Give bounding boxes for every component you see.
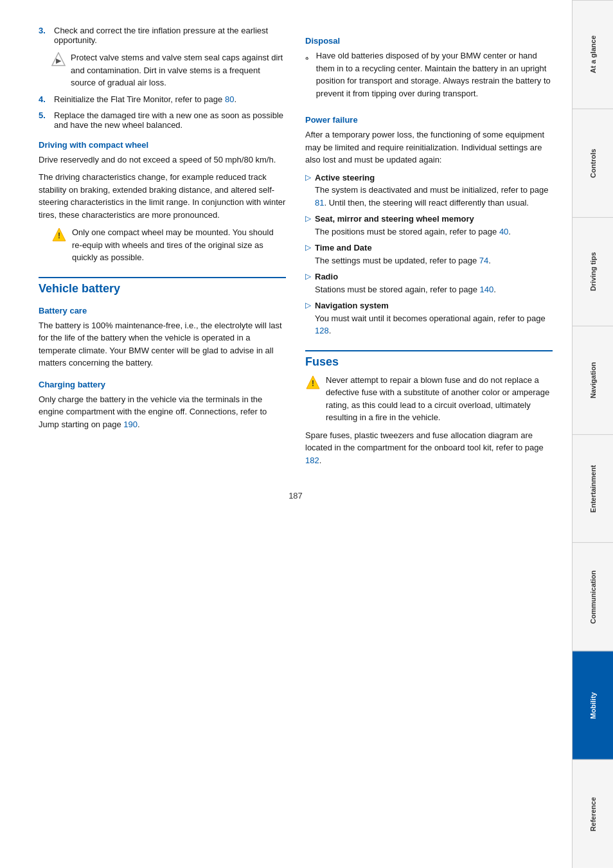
sidebar-tab-navigation[interactable]: Navigation: [573, 326, 613, 434]
bullet-arrow-4: ▷: [305, 272, 311, 281]
step-4-text: Reinitialize the Flat Tire Monitor, refe…: [54, 94, 236, 104]
bullet-navigation: ▷ Navigation system You must wait until …: [305, 299, 553, 337]
note-icon: ▶: [51, 52, 66, 66]
step-4-link[interactable]: 80: [225, 94, 234, 104]
bullet-arrow-3: ▷: [305, 243, 311, 252]
driving-compact-heading: Driving with compact wheel: [39, 140, 286, 150]
battery-care-heading: Battery care: [39, 306, 286, 315]
right-sidebar: At a glance Controls Driving tips Naviga…: [572, 0, 613, 868]
bullet-1-title: Active steering: [315, 173, 375, 182]
step-5: 5. Replace the damaged tire with a new o…: [39, 111, 286, 130]
left-column: 3. Check and correct the tire inflation …: [39, 26, 286, 472]
bullet-radio: ▷ Radio Stations must be stored again, r…: [305, 270, 553, 296]
step-3-number: 3.: [39, 26, 51, 35]
bullet-1-text: The system is deactivated and must be in…: [315, 185, 548, 208]
bullet-3-title: Time and Date: [315, 243, 372, 252]
main-content: 3. Check and correct the tire inflation …: [0, 0, 572, 868]
step-3-text: Check and correct the tire inflation pre…: [54, 26, 286, 45]
note-1: ▶ Protect valve stems and valve stem sea…: [51, 51, 286, 89]
step-5-number: 5.: [39, 111, 51, 120]
bullet-1-link[interactable]: 81: [315, 198, 324, 208]
bullet-2-content: Seat, mirror and steering wheel memory T…: [315, 213, 511, 238]
disposal-p: Have old batteries disposed of by your B…: [316, 49, 553, 100]
fuses-p: Spare fuses, plastic tweezers and fuse a…: [305, 429, 553, 467]
bullet-arrow-1: ▷: [305, 173, 311, 182]
bullet-1-content: Active steering The system is deactivate…: [315, 172, 553, 209]
bullet-5-title: Navigation system: [315, 301, 389, 310]
recycle-icon: ♻: [305, 49, 311, 67]
step-3: 3. Check and correct the tire inflation …: [39, 26, 286, 45]
note-1-text: Protect valve stems and valve stem seal …: [71, 51, 286, 89]
bullet-2-title: Seat, mirror and steering wheel memory: [315, 214, 474, 224]
fuses-heading: Fuses: [305, 350, 553, 369]
warning-1: ! Only one compact wheel may be mounted.…: [51, 226, 286, 264]
bullet-time-date: ▷ Time and Date The settings must be upd…: [305, 242, 553, 267]
sidebar-tab-driving-tips[interactable]: Driving tips: [573, 217, 613, 326]
bullet-4-title: Radio: [315, 272, 338, 281]
charging-link[interactable]: 190: [123, 420, 138, 429]
driving-compact-p1: Drive reservedly and do not exceed a spe…: [39, 154, 286, 166]
fuses-warning: ! Never attempt to repair a blown fuse a…: [305, 374, 553, 424]
power-failure-heading: Power failure: [305, 115, 553, 125]
power-failure-bullets: ▷ Active steering The system is deactiva…: [305, 172, 553, 337]
bullet-4-link[interactable]: 140: [480, 285, 494, 294]
bullet-2-link[interactable]: 40: [499, 227, 508, 236]
bullet-4-content: Radio Stations must be stored again, ref…: [315, 270, 496, 296]
svg-text:!: !: [312, 379, 314, 388]
sidebar-tab-at-a-glance[interactable]: At a glance: [573, 0, 613, 109]
warning-1-text: Only one compact wheel may be mounted. Y…: [72, 226, 286, 264]
sidebar-tab-communication[interactable]: Communication: [573, 542, 613, 651]
step-5-text: Replace the damaged tire with a new one …: [54, 111, 286, 130]
fuses-warning-text: Never attempt to repair a blown fuse and…: [326, 374, 553, 424]
step-4: 4. Reinitialize the Flat Tire Monitor, r…: [39, 94, 286, 104]
driving-compact-p2: The driving characteristics change, for …: [39, 171, 286, 221]
bullet-3-link[interactable]: 74: [479, 256, 488, 265]
bullet-arrow-2: ▷: [305, 214, 311, 223]
bullet-2-text: The positions must be stored again, refe…: [315, 227, 511, 236]
page-number: 187: [39, 491, 553, 500]
bullet-seat-mirror: ▷ Seat, mirror and steering wheel memory…: [305, 213, 553, 238]
power-failure-p: After a temporary power loss, the functi…: [305, 128, 553, 166]
charging-p: Only charge the battery in the vehicle v…: [39, 393, 286, 431]
bullet-5-link[interactable]: 128: [315, 326, 329, 335]
vehicle-battery-heading: Vehicle battery: [39, 277, 286, 296]
disposal-heading: Disposal: [305, 36, 553, 46]
bullet-3-text: The settings must be updated, refer to p…: [315, 256, 491, 265]
sidebar-tab-reference[interactable]: Reference: [573, 759, 613, 868]
battery-care-p: The battery is 100% maintenance-free, i.…: [39, 319, 286, 369]
bullet-arrow-5: ▷: [305, 301, 311, 310]
step-4-number: 4.: [39, 94, 51, 104]
svg-text:!: !: [58, 231, 60, 240]
charging-battery-heading: Charging battery: [39, 380, 286, 389]
bullet-4-text: Stations must be stored again, refer to …: [315, 285, 496, 294]
right-column: Disposal ♻ Have old batteries disposed o…: [305, 26, 553, 472]
warning-triangle-icon: !: [51, 227, 67, 242]
bullet-5-text: You must wait until it becomes operation…: [315, 314, 546, 336]
sidebar-tab-entertainment[interactable]: Entertainment: [573, 434, 613, 543]
sidebar-tab-mobility[interactable]: Mobility: [573, 651, 613, 759]
disposal-section: ♻ Have old batteries disposed of by your…: [305, 49, 553, 105]
sidebar-tab-controls[interactable]: Controls: [573, 109, 613, 217]
bullet-5-content: Navigation system You must wait until it…: [315, 299, 553, 337]
svg-text:♻: ♻: [305, 56, 308, 60]
bullet-3-content: Time and Date The settings must be updat…: [315, 242, 491, 267]
bullet-active-steering: ▷ Active steering The system is deactiva…: [305, 172, 553, 209]
svg-text:▶: ▶: [56, 57, 62, 64]
fuses-warning-icon: !: [305, 375, 321, 390]
fuses-link[interactable]: 182: [305, 456, 319, 465]
